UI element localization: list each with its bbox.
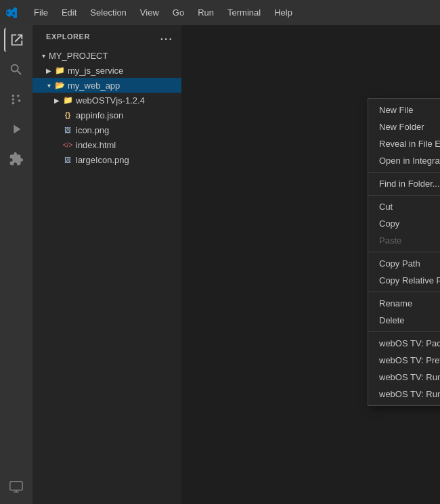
webostvjs-arrow: ▶ <box>51 95 62 106</box>
folder-icon: 📁 <box>54 65 65 76</box>
ctx-webos-package-label: webOS TV: Package Application <box>379 338 440 348</box>
ctx-copy-label: Copy <box>379 219 399 229</box>
menu-view[interactable]: View <box>135 5 164 20</box>
ctx-webos-simulator[interactable]: webOS TV: Run on Simulator <box>368 386 440 403</box>
ctx-webos-preview[interactable]: webOS TV: Preview Application <box>368 352 440 369</box>
ctx-copy-relative-label: Copy Relative Path <box>379 275 440 285</box>
main-layout: Explorer ... ▾ MY_PROJECT ▶ 📁 my_js_serv… <box>0 25 440 504</box>
activity-webos[interactable] <box>4 474 28 499</box>
png-icon: 🖼 <box>62 154 73 165</box>
context-menu: New File New Folder Reveal in File Explo… <box>368 98 440 406</box>
menu-run[interactable]: Run <box>192 5 219 20</box>
webostvjs-label: webOSTVjs-1.2.4 <box>76 95 145 106</box>
ctx-copy[interactable]: Copy Ctrl+C <box>368 215 440 232</box>
js-service-label: my_js_service <box>68 66 123 76</box>
ctx-separator-1 <box>368 172 440 173</box>
activity-bar <box>0 25 32 504</box>
ctx-webos-run[interactable]: webOS TV: Run without Installation <box>368 369 440 386</box>
folder-icon: 📂 <box>54 80 65 91</box>
ctx-terminal-label: Open in Integrated Terminal <box>379 156 440 166</box>
ctx-new-file-label: New File <box>379 105 414 115</box>
menu-selection[interactable]: Selection <box>85 5 131 20</box>
sidebar: Explorer ... ▾ MY_PROJECT ▶ 📁 my_js_serv… <box>32 25 181 504</box>
content-area: New File New Folder Reveal in File Explo… <box>181 25 440 504</box>
index-html-label: index.html <box>76 140 116 150</box>
ctx-webos-simulator-label: webOS TV: Run on Simulator <box>379 389 440 399</box>
ctx-find-folder[interactable]: Find in Folder... Shift+Alt+F <box>368 175 440 192</box>
ctx-webos-preview-label: webOS TV: Preview Application <box>379 355 440 365</box>
ctx-separator-4 <box>368 292 440 292</box>
tree-item-index-html[interactable]: </> index.html <box>32 137 181 152</box>
appinfo-label: appinfo.json <box>76 110 123 120</box>
ctx-copy-path-label: Copy Path <box>379 258 420 269</box>
ctx-find-label: Find in Folder... <box>379 179 440 189</box>
title-bar: File Edit Selection View Go Run Terminal… <box>0 0 440 25</box>
ctx-reveal-explorer[interactable]: Reveal in File Explorer Shift+Alt+R <box>368 135 440 152</box>
ctx-separator-2 <box>368 195 440 196</box>
menu-help[interactable]: Help <box>269 5 298 20</box>
tree-item-webostvjs[interactable]: ▶ 📁 webOSTVjs-1.2.4 <box>32 93 181 108</box>
ctx-paste: Paste Ctrl+V <box>368 232 440 249</box>
ctx-webos-package[interactable]: webOS TV: Package Application <box>368 335 440 352</box>
ctx-webos-run-label: webOS TV: Run without Installation <box>379 372 440 382</box>
menu-terminal[interactable]: Terminal <box>222 5 266 20</box>
ctx-new-folder-label: New Folder <box>379 122 424 132</box>
tree-item-my-js-service[interactable]: ▶ 📁 my_js_service <box>32 63 181 78</box>
ctx-new-folder[interactable]: New Folder <box>368 118 440 135</box>
tree-item-appinfo[interactable]: {} appinfo.json <box>32 108 181 122</box>
largeicon-label: largeIcon.png <box>76 155 129 165</box>
ctx-new-file[interactable]: New File <box>368 101 440 118</box>
activity-explorer[interactable] <box>4 28 28 52</box>
ctx-reveal-label: Reveal in File Explorer <box>379 139 440 149</box>
explorer-more-button[interactable]: ... <box>160 30 173 43</box>
ctx-cut-label: Cut <box>379 202 393 212</box>
ctx-copy-path[interactable]: Copy Path Shift+Alt+C <box>368 255 440 272</box>
ctx-open-terminal[interactable]: Open in Integrated Terminal <box>368 152 440 169</box>
project-arrow: ▾ <box>38 50 49 61</box>
ctx-delete-label: Delete <box>379 315 405 325</box>
explorer-header: Explorer ... <box>32 25 181 48</box>
activity-run[interactable] <box>4 117 28 141</box>
tree-item-my-web-app[interactable]: ▾ 📂 my_web_app <box>32 78 181 93</box>
png-icon: 🖼 <box>62 124 73 135</box>
menu-file[interactable]: File <box>28 5 53 20</box>
activity-source-control[interactable] <box>4 87 28 112</box>
tree-project-root[interactable]: ▾ MY_PROJECT <box>32 48 181 63</box>
web-app-arrow: ▾ <box>43 80 54 91</box>
menu-edit[interactable]: Edit <box>56 5 82 20</box>
ctx-rename-label: Rename <box>379 298 412 308</box>
folder-icon: 📁 <box>62 95 73 106</box>
ctx-separator-3 <box>368 252 440 252</box>
tree-item-largeicon-png[interactable]: 🖼 largeIcon.png <box>32 152 181 167</box>
html-icon: </> <box>62 139 73 150</box>
js-service-arrow: ▶ <box>43 65 54 76</box>
tree-item-icon-png[interactable]: 🖼 icon.png <box>32 122 181 137</box>
ctx-copy-relative[interactable]: Copy Relative Path Ctrl+K Ctrl+Shift+C <box>368 272 440 289</box>
activity-search[interactable] <box>4 58 28 82</box>
menu-go[interactable]: Go <box>167 5 190 20</box>
web-app-label: my_web_app <box>68 81 120 91</box>
menu-bar: File Edit Selection View Go Run Terminal… <box>28 5 298 20</box>
ctx-delete[interactable]: Delete Delete <box>368 312 440 329</box>
json-icon: {} <box>62 110 73 120</box>
activity-extensions[interactable] <box>4 147 28 171</box>
ctx-rename[interactable]: Rename F2 <box>368 295 440 312</box>
ctx-separator-5 <box>368 331 440 332</box>
explorer-title: Explorer <box>46 32 90 41</box>
svg-rect-0 <box>10 482 22 490</box>
project-name: MY_PROJECT <box>49 51 108 61</box>
vscode-logo <box>5 7 18 19</box>
ctx-cut[interactable]: Cut Ctrl+X <box>368 198 440 215</box>
ctx-paste-label: Paste <box>379 235 401 246</box>
icon-png-label: icon.png <box>76 125 109 135</box>
